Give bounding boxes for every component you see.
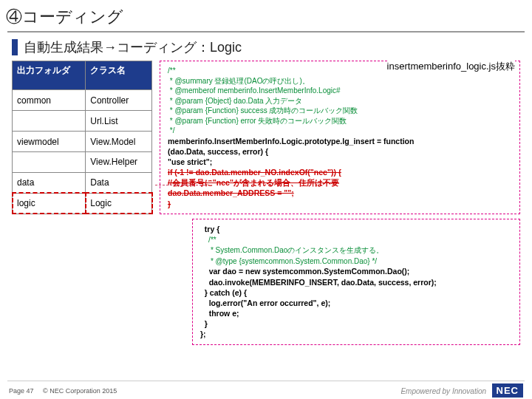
table-row: Url.List [13,111,152,132]
table-row: logicLogic [13,193,152,214]
subtitle-row: 自動生成結果→コーディング：Logic [0,38,532,61]
codebox-logic: insertmemberinfo_logic.js抜粋 /** * @summa… [160,61,520,214]
nec-logo: NEC [492,383,523,398]
th-folder: 出力フォルダ [13,61,86,90]
cell-class: Controller [86,90,152,111]
subtitle-text: 自動生成結果→コーディング：Logic [24,38,242,56]
callout-line [155,185,205,185]
cell-folder: logic [13,193,86,214]
code-strike: //会員番号に"nec"が含まれる場合、住所は不要 [168,177,514,188]
code-jsdoc: /** * System.Common.Daoのインスタンスを生成する。 * @… [200,236,383,265]
table-row: View.Helper [13,152,152,173]
cell-class: Url.List [86,111,152,132]
tagline: Empowered by Innovation [400,387,486,395]
code-line: "use strict"; [168,157,514,167]
slide-title: ④コーディング [0,0,532,31]
cell-folder: common [13,90,86,111]
cell-class: Logic [86,193,152,214]
code-line: (dao.Data, success, error) { [168,146,514,157]
footer: Page 47 © NEC Corporation 2015 Empowered… [0,385,532,396]
th-class: クラス名 [86,61,152,90]
copyright: © NEC Corporation 2015 [43,387,117,395]
output-table: 出力フォルダ クラス名 commonController Url.List vi… [12,61,152,214]
table-row: commonController [13,90,152,111]
codebox-title: insertmemberinfo_logic.js抜粋 [387,60,515,73]
cell-class: View.Model [86,132,152,152]
footer-line [7,381,525,381]
cell-folder: data [13,172,86,193]
code-strike: } [168,199,514,209]
blue-bar [12,39,18,55]
table-row: dataData [13,172,152,193]
code-jsdoc: /** * @summary 登録処理(DAOの呼び出し)。 * @member… [168,66,514,136]
code-line: var dao = new systemcommon.SystemCommon.… [200,267,437,338]
cell-folder [13,111,86,132]
cell-class: View.Helper [86,152,152,173]
code-line: try { [200,225,219,233]
code-strike: if (-1 != dao.Data.member_NO.indexOf("ne… [168,167,514,177]
cell-folder: viewmodel [13,132,86,152]
page-number: Page 47 [9,387,34,395]
table-row: viewmodelView.Model [13,132,152,152]
cell-folder [13,152,86,173]
title-underline [7,31,525,33]
cell-class: Data [86,172,152,193]
code-line: memberinfo.InsertMemberInfo.Logic.protot… [168,136,514,146]
codebox-try: try { /** * System.Common.Daoのインスタンスを生成す… [192,219,520,345]
code-strike: dao.Data.member_ADDRESS = ""; [168,188,514,198]
